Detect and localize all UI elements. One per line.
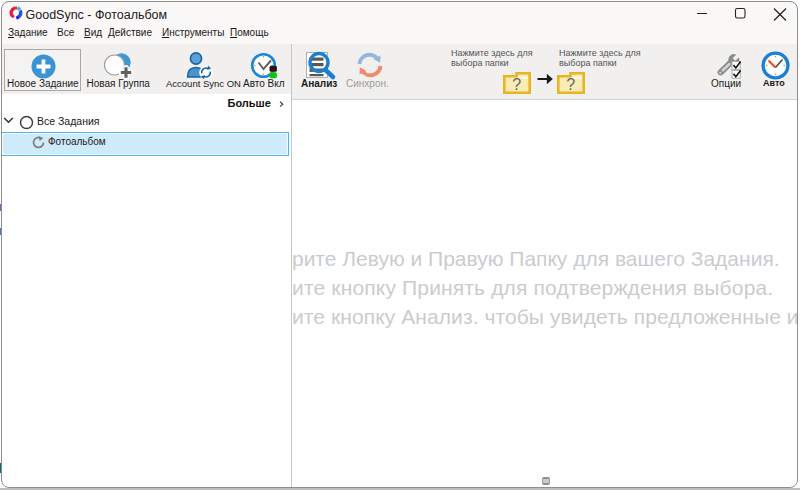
svg-text:?: ? [566, 76, 575, 93]
svg-text:?: ? [512, 76, 521, 93]
